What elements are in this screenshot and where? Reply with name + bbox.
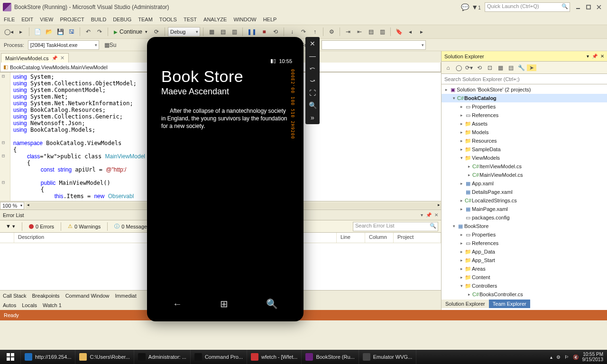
bookmark-button[interactable]: 🔖 <box>394 27 404 37</box>
menu-view[interactable]: VIEW <box>40 17 53 22</box>
menu-team[interactable]: TEAM <box>138 17 153 22</box>
tool-icon[interactable]: ▦ <box>206 27 217 37</box>
system-tray[interactable]: ▴ ⚙ 🏳 🔇 10:55 PM9/15/2013 <box>546 352 607 362</box>
close-icon[interactable]: ✕ <box>60 55 64 61</box>
undo-button[interactable]: ↶ <box>83 27 93 37</box>
new-project-button[interactable]: 📄 <box>32 27 43 37</box>
phone-home-button[interactable]: ⊞ <box>220 298 228 309</box>
tab-watch-1[interactable]: Watch 1 <box>43 302 62 308</box>
warnings-filter[interactable]: ⚠0 Warnings <box>65 222 103 230</box>
close-icon[interactable]: ✕ <box>434 212 438 218</box>
chevron-down-icon[interactable]: ▾ <box>421 212 423 218</box>
emu-more-icon[interactable]: » <box>311 114 314 121</box>
tool-icon[interactable]: ▤ <box>218 27 228 37</box>
menu-debug[interactable]: DEBUG <box>113 17 131 22</box>
taskbar-item[interactable]: Administrator: ... <box>134 350 191 364</box>
maximize-button[interactable] <box>583 3 594 11</box>
pin-icon[interactable]: 📌 <box>426 212 432 218</box>
outdent-button[interactable]: ⇤ <box>354 27 365 37</box>
tree-node[interactable]: ▸📁Assets <box>441 119 607 128</box>
messages-filter[interactable]: ⓘ0 Message <box>111 222 150 231</box>
error-search-input[interactable]: Search Error List <box>353 222 438 231</box>
refresh-icon[interactable]: ⟲ <box>475 64 484 71</box>
tree-node[interactable]: ▸▭Properties <box>441 230 607 239</box>
pin-icon[interactable]: 📌 <box>52 55 57 61</box>
chevron-down-icon[interactable]: ▾ <box>587 54 589 59</box>
menu-build[interactable]: BUILD <box>91 17 106 22</box>
comment-button[interactable]: ▤ <box>366 27 376 37</box>
tree-node[interactable]: ▭packages.config <box>441 213 607 222</box>
tree-node[interactable]: ▸C#ItemViewModel.cs <box>441 162 607 171</box>
tree-node[interactable]: ▾▦BookStore <box>441 222 607 230</box>
solution-tree[interactable]: ▸▣ Solution 'BookStore' (2 projects) ▾C#… <box>441 84 607 300</box>
stackframe-dropdown[interactable] <box>322 40 426 50</box>
step-over-button[interactable]: ↷ <box>298 27 309 37</box>
tray-up-icon[interactable]: ▴ <box>550 355 552 360</box>
emu-zoom-icon[interactable]: 🔍 <box>309 101 317 109</box>
quick-launch-input[interactable]: Quick Launch (Ctrl+Q) <box>485 2 570 12</box>
tree-node[interactable]: ▸▭Properties <box>441 102 607 111</box>
taskbar-clock[interactable]: 10:55 PM9/15/2013 <box>582 352 604 362</box>
open-button[interactable]: 📂 <box>44 27 54 37</box>
tree-node[interactable]: ▸📁Content <box>441 273 607 282</box>
tab-command-window[interactable]: Command Window <box>65 293 110 299</box>
pause-button[interactable]: ❚❚ <box>246 27 258 37</box>
emu-fit-icon[interactable]: ⛶ <box>309 89 316 97</box>
tree-node[interactable]: ▸📁App_Start <box>441 256 607 264</box>
home-icon[interactable]: ⌂ <box>443 64 453 71</box>
tree-node[interactable]: ▸▭References <box>441 239 607 247</box>
errors-filter[interactable]: 0 Errors <box>26 223 57 230</box>
tray-action-icon[interactable]: 🏳 <box>564 355 569 360</box>
menu-analyze[interactable]: ANALYZE <box>203 17 227 22</box>
close-icon[interactable]: ✕ <box>600 54 604 59</box>
collapse-icon[interactable]: ⊡ <box>485 64 495 71</box>
tab-immediat[interactable]: Immediat <box>115 293 137 299</box>
menu-test[interactable]: TEST <box>184 17 197 22</box>
minimize-button[interactable] <box>573 3 583 11</box>
solution-search[interactable] <box>441 74 607 84</box>
pin-icon[interactable]: 📌 <box>592 54 598 59</box>
save-all-button[interactable]: 🖫 <box>66 27 77 37</box>
close-button[interactable] <box>594 3 604 11</box>
emulator-screen[interactable]: ▮▯ 10:55 000E2'00 100 510 2H9200 Book St… <box>154 55 297 290</box>
tab-locals[interactable]: Locals <box>22 302 37 308</box>
tree-node[interactable]: ▾📁Controllers <box>441 282 607 290</box>
process-dropdown[interactable]: [2084] TaskHost.exe <box>28 40 99 50</box>
tree-node[interactable]: ▸📁Areas <box>441 264 607 273</box>
emu-close-icon[interactable]: ✕ <box>310 40 315 47</box>
solution-search-input[interactable] <box>441 74 607 84</box>
tree-node[interactable]: ▸C#MainViewModel.cs <box>441 171 607 179</box>
taskbar-item[interactable]: Command Pro... <box>191 350 247 364</box>
tree-node[interactable]: ▸▦App.xaml <box>441 179 607 188</box>
nav-fwd-button[interactable]: ▸ <box>16 27 26 37</box>
menu-tools[interactable]: TOOLS <box>159 17 177 22</box>
back-icon[interactable]: ◯ <box>454 64 463 71</box>
indent-button[interactable]: ⇥ <box>343 27 353 37</box>
step-out-button[interactable]: ↑ <box>310 27 320 37</box>
taskbar-item[interactable]: C:\Users\Rober... <box>75 350 134 364</box>
redo-button[interactable]: ↷ <box>94 27 105 37</box>
tree-node[interactable]: ▸C#BooksController.cs <box>441 290 607 299</box>
emu-rotate-left-icon[interactable]: ⤺ <box>310 64 315 72</box>
save-button[interactable]: 💾 <box>55 27 65 37</box>
tab-breakpoints[interactable]: Breakpoints <box>32 293 60 299</box>
tree-node[interactable]: ▸📁App_Data <box>441 247 607 256</box>
show-all-icon[interactable]: ▦ <box>496 64 505 71</box>
tree-node[interactable]: ▾C#BookCatalog <box>441 94 607 102</box>
tab-solution-explorer[interactable]: Solution Explorer <box>441 300 489 308</box>
notifications-icon[interactable]: ▼1 <box>471 3 481 11</box>
tree-node[interactable]: ▾📁ViewModels <box>441 154 607 162</box>
menu-file[interactable]: FILE <box>4 17 15 22</box>
solution-root[interactable]: ▸▣ Solution 'BookStore' (2 projects) <box>441 85 607 94</box>
menu-window[interactable]: WINDOW <box>233 17 256 22</box>
tree-node[interactable]: ▸📁Models <box>441 128 607 136</box>
wrench-icon[interactable]: ➤ <box>527 64 536 71</box>
menu-edit[interactable]: EDIT <box>21 17 33 22</box>
tray-network-icon[interactable]: ⚙ <box>556 355 561 360</box>
tool-icon[interactable]: ⚙ <box>326 27 337 37</box>
restart-debug-button[interactable]: ⟲ <box>270 27 281 37</box>
menu-help[interactable]: HELP <box>263 17 277 22</box>
start-button[interactable] <box>0 350 21 364</box>
tab-team-explorer[interactable]: Team Explorer <box>489 300 530 308</box>
tree-node[interactable]: ▸▦MainPage.xaml <box>441 205 607 213</box>
